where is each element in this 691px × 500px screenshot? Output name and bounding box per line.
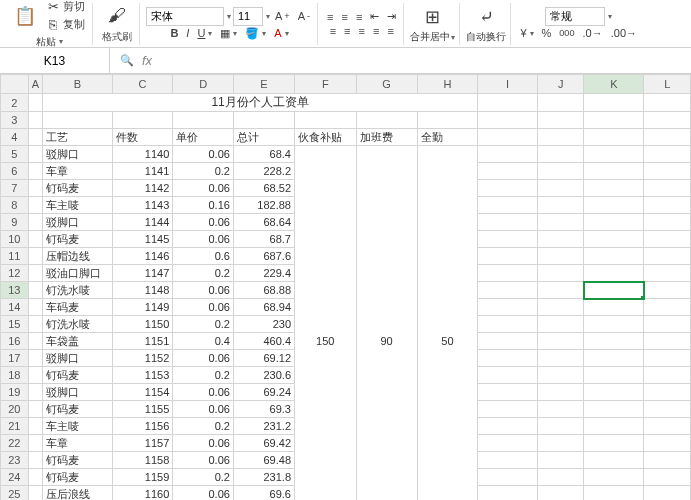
cell-B12[interactable]: 驳油口脚口 — [42, 265, 112, 282]
cell-D4[interactable]: 单价 — [173, 129, 234, 146]
cell-B13[interactable]: 钉洗水唛 — [42, 282, 112, 299]
cell-E24[interactable]: 231.8 — [233, 469, 294, 486]
cell-J12[interactable] — [537, 265, 583, 282]
decrease-indent-button[interactable]: ⇤ — [367, 9, 382, 24]
cell-K16[interactable] — [584, 333, 644, 350]
row-header-14[interactable]: 14 — [1, 299, 29, 316]
cell-B11[interactable]: 压帽边线 — [42, 248, 112, 265]
cell-L3[interactable] — [644, 112, 691, 129]
cell-E19[interactable]: 69.24 — [233, 384, 294, 401]
cell-A9[interactable] — [28, 214, 42, 231]
cell-E18[interactable]: 230.6 — [233, 367, 294, 384]
cell-D8[interactable]: 0.16 — [173, 197, 234, 214]
title-cell[interactable]: 11月份个人工资单 — [42, 94, 477, 112]
decrease-font-button[interactable]: A- — [295, 9, 313, 23]
cell-C22[interactable]: 1157 — [112, 435, 173, 452]
cell-B22[interactable]: 车章 — [42, 435, 112, 452]
row-header-25[interactable]: 25 — [1, 486, 29, 501]
cell-E14[interactable]: 68.94 — [233, 299, 294, 316]
cell-K8[interactable] — [584, 197, 644, 214]
cell-L7[interactable] — [644, 180, 691, 197]
cell-C7[interactable]: 1142 — [112, 180, 173, 197]
col-header-I[interactable]: I — [478, 75, 538, 94]
row-header-21[interactable]: 21 — [1, 418, 29, 435]
cell-A3[interactable] — [28, 112, 42, 129]
cell-A25[interactable] — [28, 486, 42, 501]
cell-B7[interactable]: 钉码麦 — [42, 180, 112, 197]
cell-C4[interactable]: 件数 — [112, 129, 173, 146]
cell-H4[interactable]: 全勤 — [417, 129, 478, 146]
cell-F3[interactable] — [295, 112, 357, 129]
border-button[interactable]: ▦▾ — [217, 26, 240, 41]
cell-I4[interactable] — [478, 129, 538, 146]
cell-E5[interactable]: 68.4 — [233, 146, 294, 163]
col-header-C[interactable]: C — [112, 75, 173, 94]
cell-I8[interactable] — [478, 197, 538, 214]
cell-B21[interactable]: 车主唛 — [42, 418, 112, 435]
cell-I20[interactable] — [478, 401, 538, 418]
col-header-L[interactable]: L — [644, 75, 691, 94]
cell-A10[interactable] — [28, 231, 42, 248]
cell-I16[interactable] — [478, 333, 538, 350]
justify-button[interactable]: ≡ — [370, 24, 382, 38]
cell-J4[interactable] — [537, 129, 583, 146]
cell-J13[interactable] — [537, 282, 583, 299]
currency-button[interactable]: ¥▾ — [517, 26, 536, 40]
bold-button[interactable]: B — [167, 26, 181, 40]
cell-J21[interactable] — [537, 418, 583, 435]
cell-E8[interactable]: 182.88 — [233, 197, 294, 214]
cell-E9[interactable]: 68.64 — [233, 214, 294, 231]
cell-D10[interactable]: 0.06 — [173, 231, 234, 248]
fill-color-button[interactable]: 🪣▾ — [242, 26, 269, 41]
cell-A16[interactable] — [28, 333, 42, 350]
cell-I14[interactable] — [478, 299, 538, 316]
row-header-5[interactable]: 5 — [1, 146, 29, 163]
cell-D14[interactable]: 0.06 — [173, 299, 234, 316]
number-format-select[interactable] — [545, 7, 605, 26]
cell-K9[interactable] — [584, 214, 644, 231]
cell-E12[interactable]: 229.4 — [233, 265, 294, 282]
cell-K2[interactable] — [584, 94, 644, 112]
cell-C11[interactable]: 1146 — [112, 248, 173, 265]
cell-I11[interactable] — [478, 248, 538, 265]
row-header-3[interactable]: 3 — [1, 112, 29, 129]
cell-K7[interactable] — [584, 180, 644, 197]
cell-I19[interactable] — [478, 384, 538, 401]
cell-C3[interactable] — [112, 112, 173, 129]
cell-J25[interactable] — [537, 486, 583, 501]
cell-D22[interactable]: 0.06 — [173, 435, 234, 452]
cell-J11[interactable] — [537, 248, 583, 265]
cell-B4[interactable]: 工艺 — [42, 129, 112, 146]
cell-I15[interactable] — [478, 316, 538, 333]
cell-D11[interactable]: 0.6 — [173, 248, 234, 265]
cell-B10[interactable]: 钉码麦 — [42, 231, 112, 248]
name-box[interactable] — [0, 48, 110, 73]
cell-D19[interactable]: 0.06 — [173, 384, 234, 401]
cell-A20[interactable] — [28, 401, 42, 418]
cell-L9[interactable] — [644, 214, 691, 231]
cell-C16[interactable]: 1151 — [112, 333, 173, 350]
cell-E7[interactable]: 68.52 — [233, 180, 294, 197]
cell-J14[interactable] — [537, 299, 583, 316]
comma-button[interactable]: 000 — [556, 27, 577, 39]
cell-E17[interactable]: 69.12 — [233, 350, 294, 367]
cell-I13[interactable] — [478, 282, 538, 299]
cell-I3[interactable] — [478, 112, 538, 129]
cell-A6[interactable] — [28, 163, 42, 180]
cell-K21[interactable] — [584, 418, 644, 435]
align-center-button[interactable]: ≡ — [341, 24, 353, 38]
cell-L2[interactable] — [644, 94, 691, 112]
cell-C15[interactable]: 1150 — [112, 316, 173, 333]
cell-A12[interactable] — [28, 265, 42, 282]
cell-A23[interactable] — [28, 452, 42, 469]
cell-K4[interactable] — [584, 129, 644, 146]
cell-D15[interactable]: 0.2 — [173, 316, 234, 333]
cell-I22[interactable] — [478, 435, 538, 452]
cell-I25[interactable] — [478, 486, 538, 501]
cell-L25[interactable] — [644, 486, 691, 501]
row-header-12[interactable]: 12 — [1, 265, 29, 282]
cell-L24[interactable] — [644, 469, 691, 486]
align-middle-button[interactable]: ≡ — [339, 10, 351, 24]
cell-I21[interactable] — [478, 418, 538, 435]
row-header-11[interactable]: 11 — [1, 248, 29, 265]
